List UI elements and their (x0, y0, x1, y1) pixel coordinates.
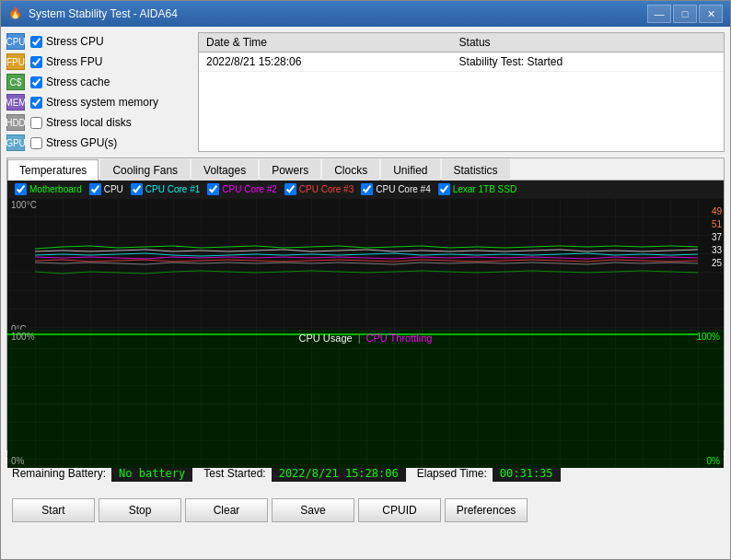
temp-chart-svg (7, 198, 724, 336)
tab-statistics[interactable]: Statistics (442, 159, 510, 181)
legend-label-motherboard: Motherboard (29, 184, 82, 194)
legend-checkbox-lexar-1tb-ssd[interactable] (438, 183, 450, 195)
stress-icon-cache: C$ (6, 74, 25, 90)
stress-item-fpu: FPUStress FPU (6, 52, 191, 71)
stress-icon-disk: HDD (6, 114, 25, 131)
temp-chart-legend: MotherboardCPUCPU Core #1CPU Core #2CPU … (7, 181, 724, 198)
stress-label-fpu: Stress FPU (46, 55, 102, 68)
tab-clocks[interactable]: Clocks (322, 159, 379, 181)
legend-item-cpu-core-3: CPU Core #3 (284, 183, 354, 195)
stress-checkbox-mem[interactable] (30, 97, 42, 109)
stress-item-disk: HDDStress local disks (6, 113, 191, 132)
maximize-button[interactable]: □ (673, 5, 697, 23)
stop-button[interactable]: Stop (99, 498, 181, 522)
stress-label-cpu: Stress CPU (46, 35, 104, 48)
legend-item-cpu-core-2: CPU Core #2 (207, 183, 276, 195)
legend-label-cpu-core-2: CPU Core #2 (222, 184, 276, 194)
log-table: Date & Time Status 2022/8/21 15:28:06Sta… (198, 32, 725, 152)
stress-item-mem: MEMStress system memory (6, 93, 191, 111)
tab-bar: TemperaturesCooling FansVoltagesPowersCl… (7, 158, 724, 181)
preferences-button[interactable]: Preferences (445, 498, 528, 522)
legend-label-cpu: CPU (104, 184, 123, 194)
col-status: Status (452, 33, 724, 52)
cpu-y-min-right: 0% (707, 456, 720, 466)
title-bar: 🔥 System Stability Test - AIDA64 — □ ✕ (1, 1, 730, 27)
legend-checkbox-motherboard[interactable] (15, 183, 27, 195)
tab-voltages[interactable]: Voltages (191, 159, 258, 181)
cpu-chart-svg (7, 330, 724, 468)
legend-checkbox-cpu-core-4[interactable] (361, 183, 373, 195)
tab-unified[interactable]: Unified (381, 159, 439, 181)
temp-y-max: 100°C (11, 200, 37, 210)
tab-temperatures[interactable]: Temperatures (7, 159, 99, 181)
legend-label-cpu-core-4: CPU Core #4 (376, 184, 430, 194)
test-started-label: Test Started: (203, 467, 265, 480)
legend-item-cpu-core-1: CPU Core #1 (131, 183, 200, 195)
legend-item-cpu-core-4: CPU Core #4 (361, 183, 430, 195)
legend-checkbox-cpu[interactable] (89, 183, 101, 195)
cpu-throttling-label: CPU Throttling (366, 332, 433, 344)
stress-checkbox-gpu[interactable] (30, 137, 42, 149)
title-bar-left: 🔥 System Stability Test - AIDA64 (8, 6, 178, 21)
stress-icon-gpu: GPU (6, 134, 25, 151)
stress-checkbox-label-mem[interactable]: Stress system memory (30, 96, 158, 109)
cpu-usage-label: CPU Usage (299, 332, 353, 344)
stress-checkbox-label-cache[interactable]: Stress cache (30, 76, 110, 88)
legend-label-cpu-core-3: CPU Core #3 (299, 184, 354, 194)
legend-label-cpu-core-1: CPU Core #1 (145, 184, 200, 194)
legend-item-cpu: CPU (89, 183, 123, 195)
stress-icon-fpu: FPU (6, 53, 25, 70)
charts-area: MotherboardCPUCPU Core #1CPU Core #2CPU … (7, 181, 724, 449)
cpuid-button[interactable]: CPUID (358, 498, 441, 522)
save-button[interactable]: Save (272, 498, 354, 522)
close-button[interactable]: ✕ (699, 5, 723, 23)
stress-options-panel: CPUStress CPUFPUStress FPUC$Stress cache… (6, 32, 191, 152)
elapsed-label: Elapsed Time: (417, 467, 487, 480)
top-section: CPUStress CPUFPUStress FPUC$Stress cache… (6, 32, 725, 152)
log-cell-datetime: 2022/8/21 15:28:06 (199, 52, 452, 72)
title-buttons: — □ ✕ (647, 5, 723, 23)
log-cell-status: Stability Test: Started (452, 52, 724, 72)
tab-powers[interactable]: Powers (260, 159, 320, 181)
stress-label-disk: Stress local disks (46, 116, 132, 129)
stress-item-cache: C$Stress cache (6, 73, 191, 91)
legend-checkbox-cpu-core-3[interactable] (284, 183, 296, 195)
cpu-y-min-left: 0% (11, 456, 24, 466)
cpu-y-max-right: 100% (696, 332, 720, 342)
main-window: 🔥 System Stability Test - AIDA64 — □ ✕ C… (0, 0, 731, 560)
stress-checkbox-label-gpu[interactable]: Stress GPU(s) (30, 136, 117, 149)
clear-button[interactable]: Clear (185, 498, 268, 522)
stress-icon-mem: MEM (6, 94, 25, 111)
stress-label-cache: Stress cache (46, 76, 110, 88)
main-content: CPUStress CPUFPUStress FPUC$Stress cache… (1, 27, 730, 559)
start-button[interactable]: Start (12, 498, 95, 522)
cpu-chart-wrapper: CPU Usage | CPU Throttling 100% 0% 100% … (7, 330, 724, 449)
stress-item-gpu: GPUStress GPU(s) (6, 134, 191, 152)
stress-checkbox-label-disk[interactable]: Stress local disks (30, 116, 132, 129)
legend-label-lexar-1tb-ssd: Lexar 1TB SSD (453, 184, 516, 194)
action-buttons: StartStopClearSaveCPUIDPreferences (6, 495, 725, 526)
app-icon: 🔥 (8, 6, 23, 21)
legend-item-lexar-1tb-ssd: Lexar 1TB SSD (438, 183, 516, 195)
cpu-y-max-left: 100% (11, 332, 35, 342)
legend-checkbox-cpu-core-2[interactable] (207, 183, 219, 195)
stress-icon-cpu: CPU (6, 33, 25, 50)
log-row: 2022/8/21 15:28:06Stability Test: Starte… (199, 52, 724, 72)
stress-checkbox-cache[interactable] (30, 76, 42, 88)
stress-checkbox-label-fpu[interactable]: Stress FPU (30, 55, 102, 68)
temp-chart-wrapper: MotherboardCPUCPU Core #1CPU Core #2CPU … (7, 181, 724, 328)
legend-checkbox-cpu-core-1[interactable] (131, 183, 143, 195)
cpu-chart-title: CPU Usage | CPU Throttling (299, 332, 433, 344)
stress-checkbox-label-cpu[interactable]: Stress CPU (30, 35, 104, 48)
window-title: System Stability Test - AIDA64 (29, 7, 178, 20)
tabs-section: TemperaturesCooling FansVoltagesPowersCl… (6, 158, 725, 450)
stress-label-mem: Stress system memory (46, 96, 158, 109)
stress-checkbox-disk[interactable] (30, 117, 42, 129)
stress-checkbox-fpu[interactable] (30, 56, 42, 68)
svg-rect-2 (7, 330, 724, 468)
stress-checkbox-cpu[interactable] (30, 36, 42, 48)
minimize-button[interactable]: — (647, 5, 671, 23)
battery-label: Remaining Battery: (12, 467, 106, 480)
tab-cooling-fans[interactable]: Cooling Fans (100, 159, 190, 181)
svg-rect-0 (7, 198, 724, 336)
